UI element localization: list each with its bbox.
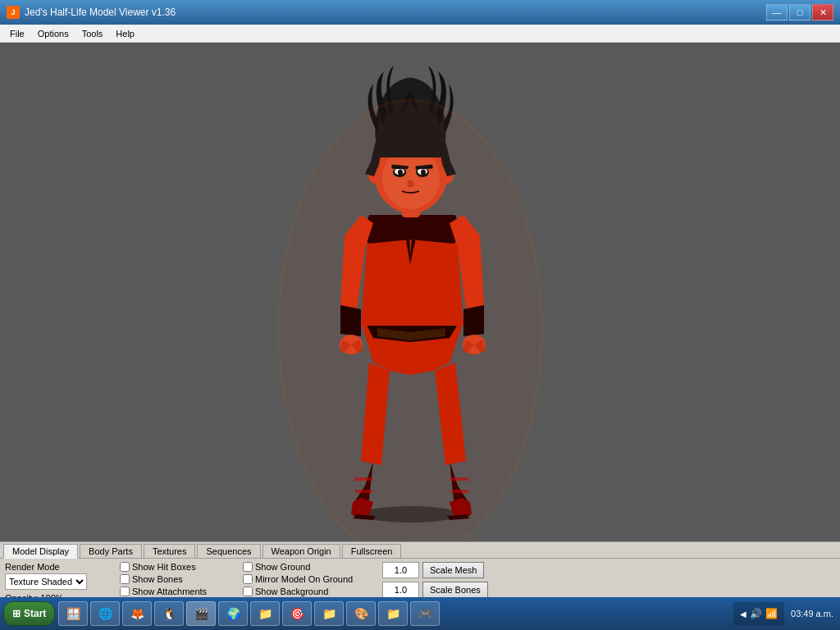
mirror-model-label: Mirror Model On Ground xyxy=(255,574,353,584)
taskbar-app-4[interactable]: 🐧 xyxy=(154,601,184,626)
start-label: Start xyxy=(24,608,46,619)
taskbar-app-12[interactable]: 🎮 xyxy=(410,601,440,626)
minimize-button[interactable]: — xyxy=(766,4,788,21)
taskbar-app-9[interactable]: 📁 xyxy=(314,601,344,626)
taskbar-app-5[interactable]: 🎬 xyxy=(186,601,216,626)
show-attachments-checkbox[interactable] xyxy=(120,587,130,596)
show-background-label: Show Background xyxy=(255,587,328,596)
tab-sequences[interactable]: Sequences xyxy=(197,544,260,558)
render-mode-select[interactable]: Texture Shaded Wireframe Flat Shaded Smo… xyxy=(5,573,87,590)
show-bones-label: Show Bones xyxy=(132,574,183,584)
app-icon: J xyxy=(7,6,20,19)
tab-weapon-origin[interactable]: Weapon Origin xyxy=(262,544,340,558)
taskbar-app-8[interactable]: 🎯 xyxy=(282,601,312,626)
checkbox-show-bones: Show Bones xyxy=(120,574,235,584)
close-button[interactable]: ✕ xyxy=(812,4,833,21)
show-ground-label: Show Ground xyxy=(255,562,310,572)
windows-logo: ⊞ xyxy=(12,608,21,619)
checkbox-mirror-model: Mirror Model On Ground xyxy=(243,574,374,584)
mirror-model-checkbox[interactable] xyxy=(243,574,253,584)
tab-fullscreen[interactable]: Fullscreen xyxy=(342,544,402,558)
tab-model-display[interactable]: Model Display xyxy=(3,544,78,559)
window-controls: — □ ✕ xyxy=(766,4,833,21)
taskbar-app-1[interactable]: 🪟 xyxy=(58,601,88,626)
show-bones-checkbox[interactable] xyxy=(120,574,130,584)
menu-help[interactable]: Help xyxy=(109,27,141,40)
tab-body-parts[interactable]: Body Parts xyxy=(80,544,142,558)
network-icon[interactable]: 📶 xyxy=(765,608,778,619)
taskbar-app-3[interactable]: 🦊 xyxy=(122,601,152,626)
taskbar-app-7[interactable]: 📁 xyxy=(250,601,280,626)
clock: 03:49 a.m. xyxy=(791,608,833,619)
window-title: Jed's Half-Life Model Viewer v1.36 xyxy=(25,7,176,18)
scale-bones-row: Scale Bones xyxy=(382,582,488,598)
app-icon-letter: J xyxy=(11,8,15,16)
checkbox-show-ground: Show Ground xyxy=(243,562,374,572)
system-tray: ◀ 🔊 📶 xyxy=(733,602,784,625)
menu-options[interactable]: Options xyxy=(31,27,75,40)
maximize-button[interactable]: □ xyxy=(789,4,810,21)
menu-tools[interactable]: Tools xyxy=(75,27,110,40)
title-bar: J Jed's Half-Life Model Viewer v1.36 — □… xyxy=(0,0,840,25)
menu-file[interactable]: File xyxy=(3,27,31,40)
checkbox-show-background: Show Background xyxy=(243,587,374,596)
show-attachments-label: Show Attachments xyxy=(132,587,207,596)
show-hit-boxes-checkbox[interactable] xyxy=(120,562,130,572)
taskbar: ⊞ Start 🪟 🌐 🦊 🐧 🎬 🌍 📁 🎯 📁 🎨 📁 🎮 ◀ 🔊 📶 03… xyxy=(0,597,840,630)
checkbox-show-attachments: Show Attachments xyxy=(120,587,235,596)
scale-mesh-button[interactable]: Scale Mesh xyxy=(422,562,484,578)
scale-bones-input[interactable] xyxy=(382,582,419,598)
taskbar-app-6[interactable]: 🌍 xyxy=(218,601,248,626)
viewport xyxy=(0,43,840,541)
scale-bones-button[interactable]: Scale Bones xyxy=(422,582,488,598)
checkbox-show-hit-boxes: Show Hit Boxes xyxy=(120,562,235,572)
volume-icon[interactable]: 🔊 xyxy=(750,608,762,619)
taskbar-apps: 🪟 🌐 🦊 🐧 🎬 🌍 📁 🎯 📁 🎨 📁 🎮 xyxy=(58,601,440,626)
taskbar-app-10[interactable]: 🎨 xyxy=(346,601,376,626)
taskbar-right: ◀ 🔊 📶 03:49 a.m. xyxy=(733,602,837,625)
show-ground-checkbox[interactable] xyxy=(243,562,253,572)
taskbar-app-11[interactable]: 📁 xyxy=(378,601,408,626)
tab-bar: Model Display Body Parts Textures Sequen… xyxy=(0,542,840,559)
render-mode-label: Render Mode xyxy=(5,562,112,572)
tab-textures[interactable]: Textures xyxy=(144,544,196,558)
taskbar-app-2[interactable]: 🌐 xyxy=(90,601,120,626)
menu-bar: File Options Tools Help xyxy=(0,25,840,43)
show-background-checkbox[interactable] xyxy=(243,587,253,596)
show-hit-boxes-label: Show Hit Boxes xyxy=(132,562,196,572)
svg-point-19 xyxy=(279,100,541,541)
render-mode-row: Texture Shaded Wireframe Flat Shaded Smo… xyxy=(5,573,112,590)
clock-time: 03:49 a.m. xyxy=(791,608,833,619)
scale-mesh-row: Scale Mesh xyxy=(382,562,488,578)
scale-mesh-input[interactable] xyxy=(382,562,419,578)
start-button[interactable]: ⊞ Start xyxy=(3,601,55,626)
tray-arrow[interactable]: ◀ xyxy=(740,609,746,619)
